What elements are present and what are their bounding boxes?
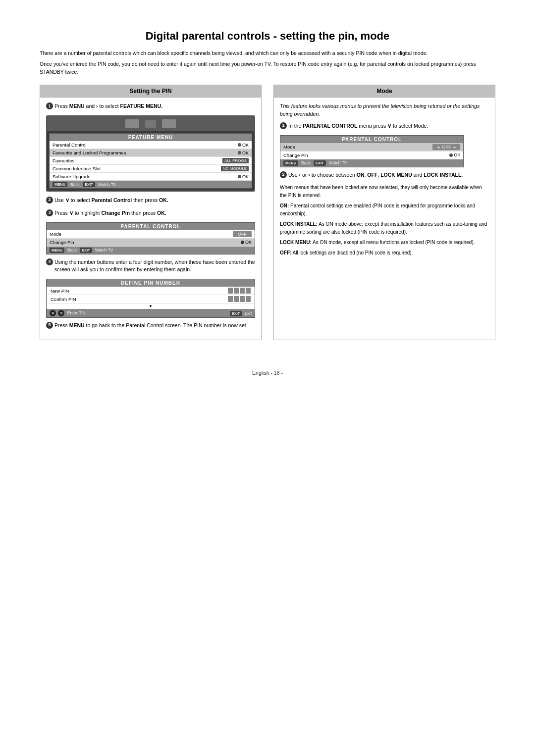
mode-column: Mode This feature locks various menus to… bbox=[273, 85, 495, 340]
menu-row-parental: Parental Control OK bbox=[50, 141, 252, 149]
define-pin-title: DEFINE PIN NUMBER bbox=[47, 279, 255, 287]
mode-key-exit: EXIT bbox=[314, 160, 326, 166]
step-1-text: Press MENU and › to select FEATURE MENU. bbox=[54, 102, 255, 110]
mode-step-2-text: Use ‹ or › to choose between ON, OFF, LO… bbox=[288, 171, 489, 179]
parental-val-mode-1: OFF bbox=[233, 231, 252, 237]
pin-dash-3 bbox=[240, 288, 245, 294]
tv-icon-2 bbox=[145, 120, 156, 128]
setting-pin-column: Setting the PIN 1 Press MENU and › to se… bbox=[40, 85, 262, 340]
step-3: 3 Press ∨ to highlight Change Pin then p… bbox=[46, 209, 255, 217]
menu-label-favourites: Favourites bbox=[53, 158, 74, 163]
page-footer: English - 18 - bbox=[40, 370, 495, 376]
parental-control-box-1: PARENTAL CONTROL Mode OFF Change Pin OK … bbox=[46, 222, 255, 254]
step-4: 4 Using the number buttons enter a four … bbox=[46, 258, 255, 274]
menu-label-common: Common Interface Slot bbox=[53, 166, 101, 171]
step-4-text: Using the number buttons enter a four di… bbox=[54, 258, 255, 274]
parental-key-menu-1: MENU bbox=[50, 248, 64, 253]
mode-label-mode: Mode bbox=[283, 144, 295, 150]
enter-pin-icon-9: 9 bbox=[58, 310, 64, 316]
step-2: 2 Use ∨ to select Parental Control then … bbox=[46, 197, 255, 204]
parental-right-changepin-1: OK bbox=[241, 240, 252, 245]
mode-row-mode: Mode OFF bbox=[280, 143, 463, 151]
parental-control-mode-box: PARENTAL CONTROL Mode OFF Change Pin OK … bbox=[280, 135, 464, 167]
tv-icon-1 bbox=[125, 119, 139, 128]
menu-badge-allprogs: ALL PROGS bbox=[222, 158, 249, 163]
mode-back: Back bbox=[301, 160, 311, 165]
enter-pin-icon-0: 0 bbox=[50, 310, 56, 316]
pin-row-new: New PIN bbox=[47, 287, 255, 295]
menu-row-common: Common Interface Slot NO MODULE bbox=[50, 165, 252, 173]
step-3-number: 3 bbox=[46, 209, 53, 216]
mode-arrow-left bbox=[436, 145, 440, 150]
pin-dash-4 bbox=[246, 288, 251, 294]
mode-step-1-text: In the PARENTAL CONTROL menu press ∨ to … bbox=[288, 122, 489, 130]
mode-note-1: When menus that have been locked are now… bbox=[280, 184, 489, 200]
pin-arrow-indicator: ▼ bbox=[47, 303, 255, 309]
setting-pin-header: Setting the PIN bbox=[40, 85, 261, 98]
mode-step-1: 1 In the PARENTAL CONTROL menu press ∨ t… bbox=[280, 122, 489, 130]
mode-header: Mode bbox=[274, 85, 495, 98]
menu-key-menu: MENU bbox=[53, 182, 67, 187]
parental-back-1: Back bbox=[67, 248, 77, 252]
mode-footer: MENU Back EXIT Watch TV bbox=[280, 159, 463, 167]
pin-label-new: New PIN bbox=[51, 288, 69, 294]
tv-icon-3 bbox=[162, 119, 176, 128]
enter-pin-text: Enter PIN bbox=[67, 310, 86, 315]
intro-paragraph-1: There are a number of parental controls … bbox=[40, 50, 495, 57]
enter-pin-right: EXIT Exit bbox=[230, 311, 252, 316]
pin-row-confirm: Confirm PIN bbox=[47, 295, 255, 303]
define-pin-box: DEFINE PIN NUMBER New PIN Confirm PIN bbox=[46, 279, 255, 318]
pin-dashes-new bbox=[228, 288, 251, 294]
menu-label-favourite: Favourite and Locked Programmes bbox=[53, 150, 126, 155]
mode-step-2: 2 Use ‹ or › to choose between ON, OFF, … bbox=[280, 171, 489, 179]
menu-key-exit: EXIT bbox=[83, 182, 95, 187]
mode-row-changepin: Change Pin OK bbox=[280, 151, 463, 159]
parental-row-changepin-1: Change Pin OK bbox=[47, 239, 255, 247]
menu-label-parental: Parental Control bbox=[53, 142, 87, 148]
mode-label-changepin: Change Pin bbox=[283, 152, 308, 158]
mode-val-text: OFF bbox=[442, 145, 451, 150]
step-3-text: Press ∨ to highlight Change Pin then pre… bbox=[54, 209, 255, 217]
pin-label-confirm: Confirm PIN bbox=[51, 297, 76, 302]
pin-dash-1 bbox=[228, 288, 233, 294]
step-4-number: 4 bbox=[46, 258, 53, 265]
menu-footer-feature: MENU Back EXIT Watch TV bbox=[50, 181, 252, 188]
mode-right-changepin: OK bbox=[449, 152, 460, 157]
step-1-number: 1 bbox=[46, 102, 53, 109]
step-5: 5 Press MENU to go back to the Parental … bbox=[46, 322, 255, 330]
mode-arrow-right bbox=[453, 145, 456, 150]
parental-control-mode-title: PARENTAL CONTROL bbox=[280, 136, 463, 143]
menu-row-favourite: Favourite and Locked Programmes OK bbox=[50, 149, 252, 157]
step-5-text: Press MENU to go back to the Parental Co… bbox=[54, 322, 255, 330]
enter-pin-row: 0 9 Enter PIN EXIT Exit bbox=[47, 309, 255, 317]
mode-step-2-number: 2 bbox=[280, 171, 287, 178]
feature-menu-title: FEATURE MENU bbox=[50, 134, 252, 141]
pin-dash-c3 bbox=[240, 296, 245, 302]
parental-label-mode-1: Mode bbox=[50, 231, 61, 237]
step-2-number: 2 bbox=[46, 197, 53, 203]
parental-footer-1: MENU Back EXIT Watch TV bbox=[47, 247, 255, 254]
mode-content: This feature locks various menus to prev… bbox=[274, 98, 495, 264]
parental-watch-1: Watch TV bbox=[95, 248, 113, 252]
parental-label-changepin-1: Change Pin bbox=[50, 240, 74, 245]
enter-pin-left: 0 9 Enter PIN bbox=[50, 310, 86, 316]
step-1: 1 Press MENU and › to select FEATURE MEN… bbox=[46, 102, 255, 110]
pin-dash-c4 bbox=[246, 296, 251, 302]
tv-top-bar bbox=[47, 116, 254, 131]
two-column-layout: Setting the PIN 1 Press MENU and › to se… bbox=[40, 85, 495, 340]
pin-dash-c1 bbox=[228, 296, 233, 302]
menu-label-software: Software Upgrade bbox=[53, 174, 91, 179]
page-title: Digital parental controls - setting the … bbox=[40, 30, 495, 43]
menu-row-software: Software Upgrade OK bbox=[50, 173, 252, 181]
step-5-number: 5 bbox=[46, 322, 53, 329]
mode-key-menu: MENU bbox=[283, 160, 298, 166]
menu-footer-watch: Watch TV bbox=[98, 182, 116, 187]
menu-right-parental: OK bbox=[238, 143, 249, 148]
mode-watch: Watch TV bbox=[329, 160, 347, 165]
menu-right-favourite: OK bbox=[238, 151, 249, 155]
exit-key-btn: EXIT bbox=[230, 311, 242, 316]
exit-text: Exit bbox=[245, 311, 252, 316]
parental-row-mode-1: Mode OFF bbox=[47, 230, 255, 239]
parental-control-title-1: PARENTAL CONTROL bbox=[47, 223, 255, 230]
feature-menu-box: FEATURE MENU Parental Control OK Favouri… bbox=[49, 133, 252, 189]
